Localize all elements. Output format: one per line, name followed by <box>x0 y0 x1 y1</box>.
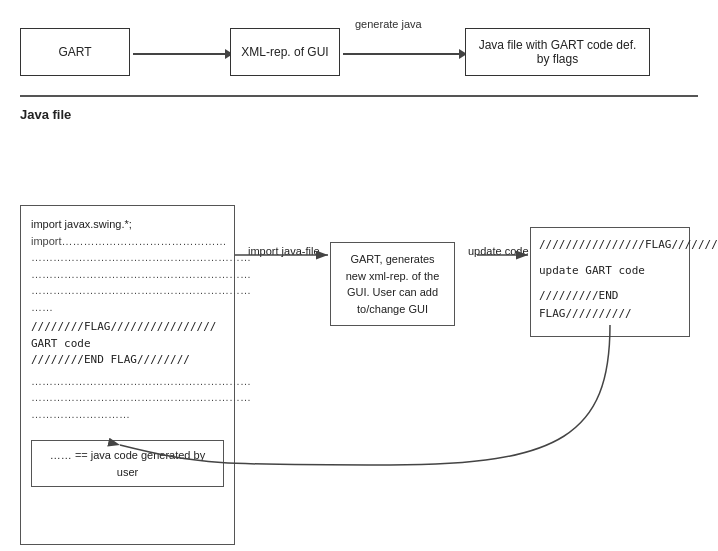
right-content-box: ////////////////FLAG///////// update GAR… <box>530 227 690 337</box>
gart-box: GART <box>20 28 130 76</box>
arrow-gart-to-xml <box>133 49 233 59</box>
dots-1: …………………………………………………… <box>31 249 224 266</box>
arrow-xml-to-javafile <box>343 49 467 59</box>
right-flag-end: /////////END FLAG////////// <box>539 287 681 322</box>
gart-label: GART <box>58 45 91 59</box>
middle-text: GART, generates new xml-rep. of the GUI.… <box>346 253 440 315</box>
dots-2: …………………………………………………… <box>31 266 224 283</box>
right-flag-start: ////////////////FLAG///////// <box>539 236 681 254</box>
inner-code-box: …… == java code generated by user <box>31 440 224 487</box>
dots-4: …… <box>31 299 224 316</box>
generate-java-label: generate java <box>355 18 422 30</box>
dots-7: ……………………… <box>31 406 224 423</box>
dots-5: …………………………………………………… <box>31 373 224 390</box>
right-update-text: update GART code <box>539 262 681 280</box>
javafile-box: Java file with GART code def. by flags <box>465 28 650 76</box>
xml-label: XML-rep. of GUI <box>241 45 328 59</box>
import-java-label: import java-file <box>248 245 320 257</box>
xml-box: XML-rep. of GUI <box>230 28 340 76</box>
middle-content-box: GART, generates new xml-rep. of the GUI.… <box>330 242 455 326</box>
section-title: Java file <box>20 107 698 122</box>
inner-code-text: …… == java code generated by user <box>50 449 205 478</box>
gart-code: GART code <box>31 336 224 353</box>
update-code-label: update code <box>468 245 529 257</box>
flag-end: ////////END FLAG//////// <box>31 352 224 369</box>
java-file-content-box: import javax.swing.*; import………………………………… <box>20 205 235 545</box>
import-line: import……………………………………… <box>31 233 224 250</box>
dots-6: …………………………………………………… <box>31 389 224 406</box>
javafile-label: Java file with GART code def. by flags <box>476 38 639 66</box>
top-section: generate java GART XML-rep. of GUI Java … <box>0 0 718 95</box>
import-swing: import javax.swing.*; <box>31 216 224 233</box>
flag-start: ////////FLAG//////////////// <box>31 319 224 336</box>
bottom-section: Java file import javax.swing.*; import……… <box>0 97 718 547</box>
dots-3: …………………………………………………… <box>31 282 224 299</box>
